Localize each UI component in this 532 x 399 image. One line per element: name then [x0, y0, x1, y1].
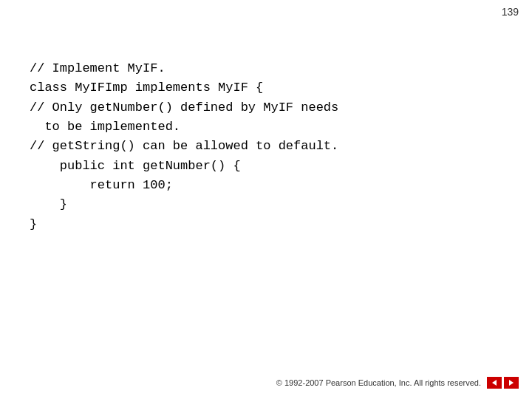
copyright-text: © 1992-2007 Pearson Education, Inc. All …: [276, 378, 481, 387]
code-block: // Implement MyIF. class MyIFImp impleme…: [30, 59, 502, 234]
next-button[interactable]: [504, 377, 519, 389]
svg-marker-1: [509, 380, 514, 386]
slide-number: 139: [502, 6, 519, 18]
svg-marker-0: [492, 380, 497, 386]
prev-button[interactable]: [487, 377, 502, 389]
footer: © 1992-2007 Pearson Education, Inc. All …: [276, 377, 519, 389]
nav-buttons[interactable]: [487, 377, 519, 389]
